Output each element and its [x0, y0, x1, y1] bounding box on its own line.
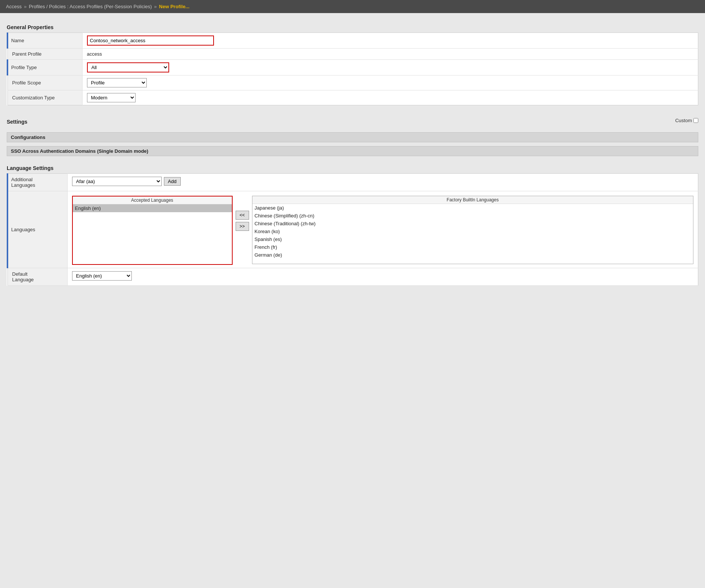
configurations-band: Configurations: [7, 132, 698, 142]
factory-lang-item-french[interactable]: French (fr): [252, 243, 693, 251]
factory-lang-item-chinese-simplified[interactable]: Chinese (Simplified) (zh-cn): [252, 212, 693, 220]
breadcrumb-sep2: »: [154, 4, 157, 9]
default-language-label: DefaultLanguage: [7, 268, 67, 286]
default-language-select-row: English (en) Japanese (ja) French (fr) G…: [72, 271, 694, 281]
factory-lang-item-chinese-traditional[interactable]: Chinese (Traditional) (zh-tw): [252, 220, 693, 228]
factory-languages-box: Factory BuiltIn Languages Japanese (ja) …: [252, 196, 693, 264]
sso-band: SSO Across Authentication Domains (Singl…: [7, 146, 698, 156]
general-properties-table: Name Parent Profile access Profile Type …: [7, 33, 698, 105]
default-language-select[interactable]: English (en) Japanese (ja) French (fr) G…: [72, 271, 132, 281]
move-left-button[interactable]: <<: [236, 211, 249, 220]
parent-profile-row: Parent Profile access: [7, 49, 698, 60]
profile-scope-select[interactable]: Profile Global Named: [87, 78, 147, 87]
additional-languages-select[interactable]: Afar (aa) Abkhazian (ab) Afrikaans (af) …: [72, 177, 162, 186]
factory-languages-scroll[interactable]: Japanese (ja) Chinese (Simplified) (zh-c…: [252, 204, 693, 264]
profile-type-label: Profile Type: [7, 60, 82, 75]
profile-type-value-cell: All LTM-APM SSL-VPN Application Access P…: [82, 60, 698, 75]
parent-profile-label: Parent Profile: [7, 49, 82, 60]
profile-type-row: Profile Type All LTM-APM SSL-VPN Applica…: [7, 60, 698, 75]
general-properties-heading: General Properties: [7, 24, 698, 30]
custom-check-container: Custom: [675, 118, 698, 123]
additional-languages-label: AdditionalLanguages: [7, 174, 67, 191]
factory-lang-item-japanese[interactable]: Japanese (ja): [252, 204, 693, 212]
profile-scope-label: Profile Scope: [7, 75, 82, 90]
accepted-languages-title: Accepted Languages: [73, 196, 232, 204]
language-settings-heading: Language Settings: [7, 165, 698, 171]
profile-scope-row: Profile Scope Profile Global Named: [7, 75, 698, 90]
breadcrumb-sep1: »: [24, 4, 27, 9]
languages-value-cell: Accepted Languages English (en) << >> Fa…: [67, 191, 698, 268]
name-row: Name: [7, 33, 698, 49]
add-language-button[interactable]: Add: [164, 177, 181, 186]
breadcrumb-profiles: Profiles / Policies : Access Profiles (P…: [29, 4, 152, 9]
customization-type-value-cell: Modern Standard None: [82, 90, 698, 105]
default-language-row: DefaultLanguage English (en) Japanese (j…: [7, 268, 698, 286]
factory-languages-title: Factory BuiltIn Languages: [252, 196, 693, 204]
accepted-lang-item-english[interactable]: English (en): [73, 204, 232, 212]
accepted-languages-box: Accepted Languages English (en): [72, 196, 233, 265]
custom-checkbox[interactable]: [693, 118, 698, 123]
add-language-row: Afar (aa) Abkhazian (ab) Afrikaans (af) …: [72, 177, 694, 186]
factory-lang-item-spanish[interactable]: Spanish (es): [252, 235, 693, 243]
languages-label: Languages: [7, 191, 67, 268]
name-label: Name: [7, 33, 82, 49]
settings-heading: Settings: [7, 119, 27, 125]
profile-type-select[interactable]: All LTM-APM SSL-VPN Application Access P…: [87, 62, 169, 72]
breadcrumb-new-profile: New Profile...: [159, 4, 190, 9]
parent-profile-value: access: [82, 49, 698, 60]
customization-type-row: Customization Type Modern Standard None: [7, 90, 698, 105]
language-arrow-buttons: << >>: [236, 196, 249, 231]
additional-languages-value-cell: Afar (aa) Abkhazian (ab) Afrikaans (af) …: [67, 174, 698, 191]
language-settings-table: AdditionalLanguages Afar (aa) Abkhazian …: [7, 173, 698, 286]
move-right-button[interactable]: >>: [236, 222, 249, 231]
customization-type-select[interactable]: Modern Standard None: [87, 93, 136, 102]
factory-lang-item-korean[interactable]: Korean (ko): [252, 228, 693, 235]
name-input[interactable]: [87, 35, 214, 46]
profile-scope-value-cell: Profile Global Named: [82, 75, 698, 90]
breadcrumb-access: Access: [6, 4, 22, 9]
language-lists-container: Accepted Languages English (en) << >> Fa…: [72, 196, 694, 265]
settings-row: Settings Custom: [7, 111, 698, 129]
breadcrumb: Access » Profiles / Policies : Access Pr…: [0, 0, 705, 13]
factory-lang-item-german[interactable]: German (de): [252, 251, 693, 259]
languages-row: Languages Accepted Languages English (en…: [7, 191, 698, 268]
additional-languages-row: AdditionalLanguages Afar (aa) Abkhazian …: [7, 174, 698, 191]
custom-label: Custom: [675, 118, 692, 123]
name-value-cell: [82, 33, 698, 49]
customization-type-label: Customization Type: [7, 90, 82, 105]
accepted-languages-scroll[interactable]: English (en): [73, 204, 232, 264]
default-language-value-cell: English (en) Japanese (ja) French (fr) G…: [67, 268, 698, 286]
